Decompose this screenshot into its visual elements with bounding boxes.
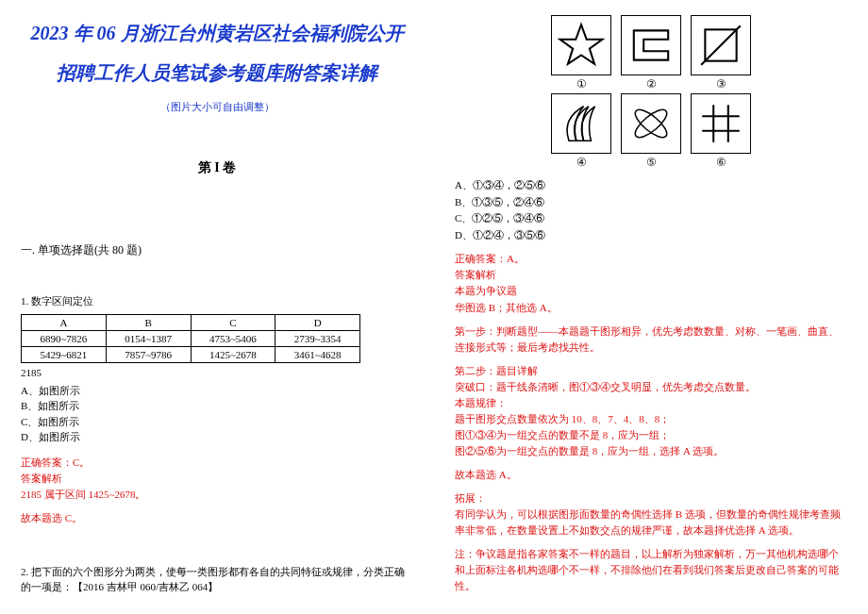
section-heading: 一. 单项选择题(共 80 题) (21, 242, 413, 258)
volume-heading: 第 I 卷 (21, 159, 413, 176)
table-row: 5429~6821 7857~9786 1425~2678 3461~4628 (22, 347, 360, 363)
opt-a: A、①③④，②⑤⑥ (455, 177, 847, 194)
circled-5: ⑤ (646, 156, 657, 170)
figure-cell-2: ② (621, 15, 681, 91)
page-wrapper: 2023 年 06 月浙江台州黄岩区社会福利院公开 招聘工作人员笔试参考题库附答… (0, 0, 868, 614)
figure-star-icon (551, 15, 611, 75)
circled-2: ② (646, 77, 657, 91)
circled-4: ④ (576, 156, 587, 170)
svg-marker-0 (560, 25, 603, 64)
cell: 3461~4628 (275, 347, 360, 363)
opt-d: D、①②④，③⑤⑥ (455, 227, 847, 244)
q2-ext-body: 有同学认为，可以根据图形面数量的奇偶性选择 B 选项，但数量的奇偶性规律考查频率… (455, 506, 847, 539)
doc-subtitle: （图片大小可自由调整） (21, 100, 413, 114)
th-a: A (22, 315, 107, 331)
figure-row-1: ① ② ③ (551, 15, 751, 91)
q2-step2-l4: 图①③④为一组交点的数量不是 8，应为一组； (455, 427, 847, 443)
doc-title-1: 2023 年 06 月浙江台州黄岩区社会福利院公开 (21, 15, 413, 51)
right-column: ① ② ③ (434, 0, 868, 614)
q1-ans-detail: 2185 属于区间 1425~2678。 (21, 487, 413, 503)
cell: 1425~2678 (191, 347, 275, 363)
q1-stem: 1. 数字区间定位 (21, 294, 413, 308)
q2-note: 注：争议题是指各家答案不一样的题目，以上解析为独家解析，万一其他机构选哪个和上面… (455, 546, 847, 594)
cell: 4753~5406 (191, 331, 275, 347)
cell: 5429~6821 (22, 347, 107, 363)
opt-c: C、①②⑤，③④⑥ (455, 210, 847, 227)
opt-a: A、如图所示 (21, 383, 413, 399)
opt-b: B、如图所示 (21, 398, 413, 414)
q2-stem: 2. 把下面的六个图形分为两类，使每一类图形都有各自的共同特征或规律，分类正确的… (21, 564, 413, 595)
opt-d: D、如图所示 (21, 429, 413, 445)
table-header-row: A B C D (22, 315, 360, 331)
figure-cell-1: ① (551, 15, 611, 91)
q1-opts: A、如图所示 B、如图所示 C、如图所示 D、如图所示 (21, 383, 413, 445)
q2-conclude: 故本题选 A。 (455, 467, 847, 483)
q1-table: A B C D 6890~7826 0154~1387 4753~5406 27… (21, 314, 360, 363)
q1-ans-label: 答案解析 (21, 471, 413, 487)
q2-ans-label: 答案解析 (455, 267, 847, 283)
doc-title-2: 招聘工作人员笔试参考题库附答案详解 (21, 55, 413, 91)
q2-note2: 华图选 B；其他选 A。 (455, 300, 847, 316)
cell: 6890~7826 (22, 331, 107, 347)
th-d: D (275, 315, 360, 331)
opt-c: C、如图所示 (21, 414, 413, 430)
figure-cell-3: ③ (691, 15, 751, 91)
q2-correct: 正确答案：A。 (455, 251, 847, 267)
cell: 2739~3354 (275, 331, 360, 347)
figure-cell-4: ④ (551, 93, 611, 170)
q2-step1: 第一步：判断题型——本题题干图形相异，优先考虑数数量、对称、一笔画、曲直、连接形… (455, 324, 847, 356)
figure-atom-icon (621, 93, 681, 154)
q2-step2-l1: 突破口：题干线条清晰，图①③④交叉明显，优先考虑交点数量。 (455, 379, 847, 395)
figure-c-shape-icon (621, 15, 681, 75)
q2-step2-title: 第二步：题目详解 (455, 363, 847, 379)
left-column: 2023 年 06 月浙江台州黄岩区社会福利院公开 招聘工作人员笔试参考题库附答… (0, 0, 434, 614)
circled-3: ③ (716, 77, 726, 91)
q2-note1: 本题为争议题 (455, 283, 847, 299)
q1-target: 2185 (21, 365, 413, 381)
q1-ans-pick: 故本题选 C。 (21, 510, 413, 526)
table-row: 6890~7826 0154~1387 4753~5406 2739~3354 (22, 331, 360, 347)
q2-step2: 第二步：题目详解 突破口：题干线条清晰，图①③④交叉明显，优先考虑交点数量。 本… (455, 363, 847, 459)
q2-figures: ① ② ③ (455, 15, 847, 170)
figure-row-2: ④ ⑤ (551, 93, 751, 170)
circled-1: ① (576, 77, 587, 91)
figure-diagonal-square-icon (691, 15, 751, 75)
circled-6: ⑥ (716, 156, 726, 170)
q2-extension: 拓展： 有同学认为，可以根据图形面数量的奇偶性选择 B 选项，但数量的奇偶性规律… (455, 490, 847, 539)
figure-cell-5: ⑤ (621, 93, 681, 170)
opt-b: B、①③⑤，②④⑥ (455, 194, 847, 211)
figure-grid-icon (691, 93, 751, 154)
q2-step2-l3: 题干图形交点数量依次为 10、8、7、4、8、8； (455, 411, 847, 427)
q2-answer-head: 正确答案：A。 答案解析 本题为争议题 华图选 B；其他选 A。 (455, 251, 847, 315)
cell: 7857~9786 (106, 347, 191, 363)
th-c: C (191, 315, 275, 331)
th-b: B (106, 315, 191, 331)
svg-line-2 (701, 25, 741, 65)
q1-correct: 正确答案：C。 (21, 455, 413, 471)
q2-step2-l2: 本题规律： (455, 395, 847, 411)
q2-step2-l5: 图②⑤⑥为一组交点的数量是 8，应为一组，选择 A 选项。 (455, 443, 847, 459)
figure-banana-arcs-icon (551, 93, 611, 154)
figure-cell-6: ⑥ (691, 93, 751, 170)
q2-options: A、①③④，②⑤⑥ B、①③⑤，②④⑥ C、①②⑤，③④⑥ D、①②④，③⑤⑥ (455, 177, 847, 243)
q2-ext-label: 拓展： (455, 490, 847, 506)
q1-answer: 正确答案：C。 答案解析 2185 属于区间 1425~2678。 故本题选 C… (21, 455, 413, 526)
cell: 0154~1387 (106, 331, 191, 347)
